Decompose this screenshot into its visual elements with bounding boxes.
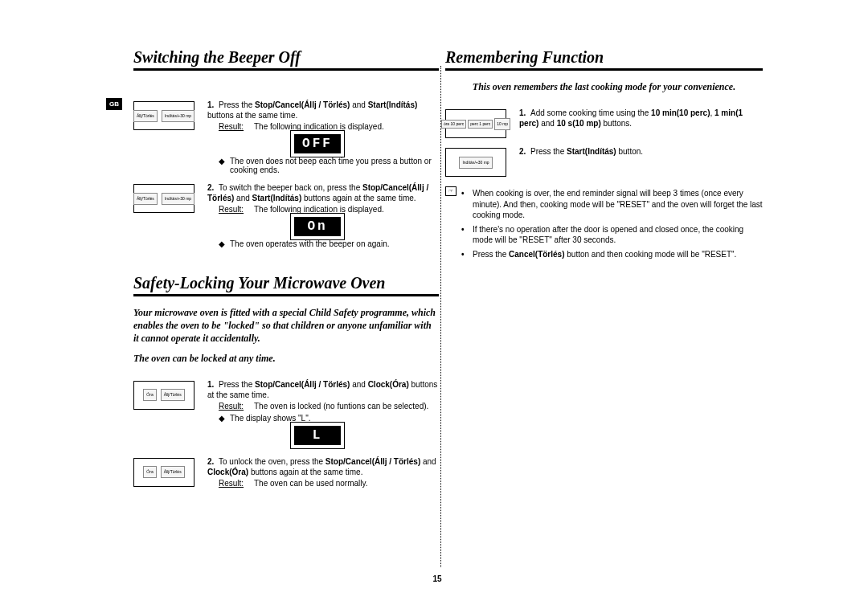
- lcd-display: OFF: [294, 134, 341, 153]
- diamond-note: ◆ The oven operates with the beeper on a…: [219, 239, 439, 248]
- section-rule: [133, 68, 439, 71]
- result-row: Result: The oven can be used normally.: [219, 479, 439, 488]
- section-intro: Your microwave oven is fitted with a spe…: [133, 306, 439, 345]
- section-title: Switching the Beeper Off: [133, 48, 439, 67]
- oven-button: Indítás/+30 mp: [162, 110, 194, 122]
- step-row: Állj/Törlés Indítás/+30 mp 2.To switch t…: [133, 182, 439, 248]
- manual-page: GB Switching the Beeper Off Állj/Törlés …: [111, 48, 764, 595]
- page-number: 15: [111, 574, 764, 583]
- button-illustration: Óra Állj/Törlés: [133, 381, 194, 410]
- lcd-display: L: [294, 426, 341, 445]
- oven-button: perc 1 perc: [468, 120, 493, 129]
- step-text: 1.Press the Stop/Cancel(Állj / Törlés) a…: [207, 379, 439, 400]
- section-title: Remembering Function: [445, 48, 763, 67]
- section-intro: This oven remembers the last cooking mod…: [445, 80, 763, 93]
- diamond-note: ◆ The oven does not beep each time you p…: [219, 157, 439, 174]
- section-safety: Safety-Locking Your Microwave Oven Your …: [133, 274, 439, 488]
- bullet-list: When cooking is over, the end reminder s…: [461, 188, 763, 263]
- button-illustration: Óra Állj/Törlés: [133, 458, 194, 487]
- button-illustration: Állj/Törlés Indítás/+30 mp: [133, 184, 194, 213]
- step-text: 2.To unlock the oven, press the Stop/Can…: [207, 456, 439, 477]
- note-block: ☞ When cooking is over, the end reminder…: [445, 185, 763, 263]
- button-illustration: Állj/Törlés Indítás/+30 mp: [133, 101, 194, 130]
- section-remember: Remembering Function This oven remembers…: [445, 48, 763, 263]
- oven-button: óra 10 perc: [441, 120, 466, 129]
- list-item: When cooking is over, the end reminder s…: [461, 188, 763, 221]
- oven-button: Állj/Törlés: [161, 466, 185, 478]
- button-illustration: óra 10 perc perc 1 perc 10 mp: [445, 109, 506, 138]
- section-beeper: Switching the Beeper Off Állj/Törlés Ind…: [133, 48, 439, 248]
- language-badge: GB: [106, 98, 122, 110]
- oven-button: Óra: [143, 466, 156, 478]
- step-text: 1.Add some cooking time using the 10 min…: [519, 108, 763, 129]
- step-text: 2.To switch the beeper back on, press th…: [207, 182, 439, 203]
- result-row: Result: The oven is locked (no funtions …: [219, 402, 439, 411]
- diamond-note: ◆ The display shows "L".: [219, 414, 439, 423]
- oven-button: Állj/Törlés: [133, 193, 158, 205]
- step-row: Óra Állj/Törlés 2.To unlock the oven, pr…: [133, 456, 439, 488]
- step-row: Állj/Törlés Indítás/+30 mp 1.Press the S…: [133, 100, 439, 174]
- result-row: Result: The following indication is disp…: [219, 205, 439, 214]
- section-title: Safety-Locking Your Microwave Oven: [133, 274, 439, 292]
- button-illustration: Indítás/+30 mp: [445, 148, 506, 177]
- note-icon: ☞: [445, 186, 457, 196]
- step-row: Óra Állj/Törlés 1.Press the Stop/Cancel(…: [133, 379, 439, 448]
- section-intro: The oven can be locked at any time.: [133, 352, 439, 365]
- right-column: Remembering Function This oven remembers…: [445, 48, 763, 263]
- column-divider: [440, 66, 441, 567]
- oven-button: Állj/Törlés: [161, 389, 185, 401]
- list-item: If there's no operation after the door i…: [461, 224, 763, 246]
- oven-button: Indítás/+30 mp: [162, 193, 194, 205]
- oven-button: Óra: [143, 389, 156, 401]
- result-row: Result: The following indication is disp…: [219, 122, 439, 131]
- lcd-display: On: [294, 217, 341, 236]
- left-column: Switching the Beeper Off Állj/Törlés Ind…: [133, 48, 439, 496]
- section-rule: [133, 294, 439, 296]
- step-row: Indítás/+30 mp 2.Press the Start(Indítás…: [445, 146, 763, 177]
- section-rule: [445, 68, 763, 71]
- list-item: Press the Cancel(Törlés) button and then…: [461, 249, 763, 260]
- step-text: 1.Press the Stop/Cancel(Állj / Törlés) a…: [207, 100, 439, 121]
- step-text: 2.Press the Start(Indítás) button.: [519, 146, 763, 157]
- oven-button: 10 mp: [494, 118, 510, 130]
- oven-button: Indítás/+30 mp: [459, 157, 492, 169]
- step-row: óra 10 perc perc 1 perc 10 mp 1.Add some…: [445, 108, 763, 138]
- oven-button: Állj/Törlés: [133, 110, 158, 122]
